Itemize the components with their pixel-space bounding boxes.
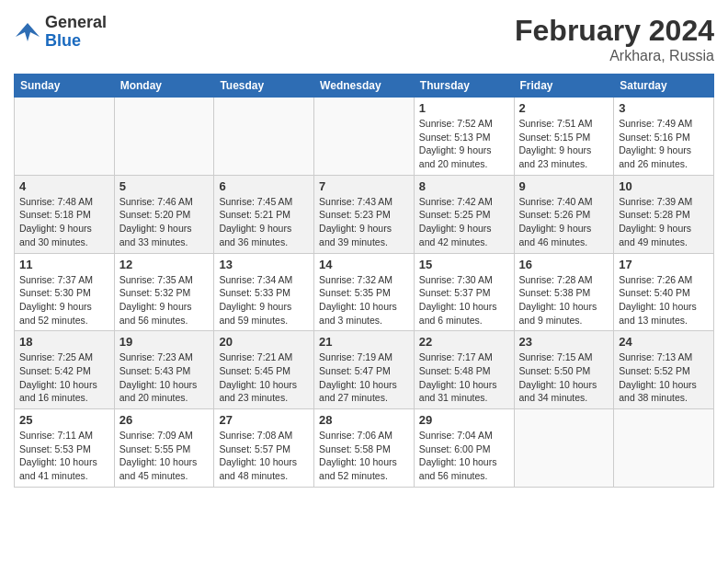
calendar-cell: 18Sunrise: 7:25 AMSunset: 5:42 PMDayligh… bbox=[15, 331, 115, 409]
calendar-cell: 25Sunrise: 7:11 AMSunset: 5:53 PMDayligh… bbox=[15, 409, 115, 488]
calendar-cell: 7Sunrise: 7:43 AMSunset: 5:23 PMDaylight… bbox=[314, 175, 415, 253]
logo: GeneralBlue bbox=[14, 14, 107, 51]
calendar-cell: 20Sunrise: 7:21 AMSunset: 5:45 PMDayligh… bbox=[214, 331, 314, 409]
day-number: 11 bbox=[19, 258, 109, 271]
calendar-cell: 29Sunrise: 7:04 AMSunset: 6:00 PMDayligh… bbox=[414, 409, 514, 488]
calendar-cell: 17Sunrise: 7:26 AMSunset: 5:40 PMDayligh… bbox=[614, 253, 714, 331]
day-number: 22 bbox=[419, 335, 509, 349]
day-info: Sunrise: 7:37 AMSunset: 5:30 PMDaylight:… bbox=[19, 273, 109, 327]
day-info: Sunrise: 7:48 AMSunset: 5:18 PMDaylight:… bbox=[19, 195, 109, 249]
col-header-sunday: Sunday bbox=[15, 75, 115, 98]
day-number: 23 bbox=[519, 335, 609, 349]
day-info: Sunrise: 7:46 AMSunset: 5:20 PMDaylight:… bbox=[119, 195, 210, 249]
location: Arkhara, Russia bbox=[515, 48, 714, 64]
logo-blue: Blue bbox=[45, 31, 81, 50]
day-number: 13 bbox=[219, 258, 309, 271]
calendar-cell bbox=[214, 98, 314, 176]
day-number: 20 bbox=[219, 335, 309, 349]
svg-marker-0 bbox=[16, 23, 40, 41]
calendar-cell: 6Sunrise: 7:45 AMSunset: 5:21 PMDaylight… bbox=[214, 175, 314, 253]
day-info: Sunrise: 7:49 AMSunset: 5:16 PMDaylight:… bbox=[619, 117, 709, 171]
day-info: Sunrise: 7:28 AMSunset: 5:38 PMDaylight:… bbox=[519, 273, 609, 327]
calendar-cell bbox=[614, 409, 714, 488]
day-number: 9 bbox=[519, 179, 609, 193]
week-row-3: 11Sunrise: 7:37 AMSunset: 5:30 PMDayligh… bbox=[15, 253, 714, 331]
day-number: 21 bbox=[319, 335, 409, 349]
day-info: Sunrise: 7:17 AMSunset: 5:48 PMDaylight:… bbox=[419, 350, 509, 405]
calendar-cell: 15Sunrise: 7:30 AMSunset: 5:37 PMDayligh… bbox=[414, 253, 514, 331]
calendar-cell: 13Sunrise: 7:34 AMSunset: 5:33 PMDayligh… bbox=[214, 253, 314, 331]
day-info: Sunrise: 7:30 AMSunset: 5:37 PMDaylight:… bbox=[419, 273, 509, 327]
day-number: 29 bbox=[419, 413, 509, 427]
day-number: 18 bbox=[19, 335, 109, 349]
calendar-cell: 10Sunrise: 7:39 AMSunset: 5:28 PMDayligh… bbox=[614, 175, 714, 253]
day-info: Sunrise: 7:23 AMSunset: 5:43 PMDaylight:… bbox=[119, 350, 210, 405]
day-number: 2 bbox=[519, 101, 609, 115]
day-number: 7 bbox=[319, 179, 409, 193]
day-number: 24 bbox=[619, 335, 709, 349]
day-number: 19 bbox=[119, 335, 210, 349]
day-info: Sunrise: 7:21 AMSunset: 5:45 PMDaylight:… bbox=[219, 350, 309, 405]
day-number: 1 bbox=[419, 101, 509, 115]
day-info: Sunrise: 7:08 AMSunset: 5:57 PMDaylight:… bbox=[219, 429, 309, 483]
calendar-cell bbox=[514, 409, 614, 488]
day-number: 4 bbox=[19, 179, 109, 193]
logo-icon bbox=[14, 18, 41, 46]
calendar-cell: 8Sunrise: 7:42 AMSunset: 5:25 PMDaylight… bbox=[414, 175, 514, 253]
week-row-2: 4Sunrise: 7:48 AMSunset: 5:18 PMDaylight… bbox=[15, 175, 714, 253]
day-info: Sunrise: 7:04 AMSunset: 6:00 PMDaylight:… bbox=[419, 429, 509, 483]
week-row-5: 25Sunrise: 7:11 AMSunset: 5:53 PMDayligh… bbox=[15, 409, 714, 488]
calendar-cell: 21Sunrise: 7:19 AMSunset: 5:47 PMDayligh… bbox=[314, 331, 415, 409]
day-info: Sunrise: 7:25 AMSunset: 5:42 PMDaylight:… bbox=[19, 350, 109, 405]
page-header: GeneralBlue February 2024 Arkhara, Russi… bbox=[14, 14, 714, 64]
calendar-cell: 24Sunrise: 7:13 AMSunset: 5:52 PMDayligh… bbox=[614, 331, 714, 409]
day-number: 26 bbox=[119, 413, 210, 427]
day-info: Sunrise: 7:34 AMSunset: 5:33 PMDaylight:… bbox=[219, 273, 309, 327]
calendar-cell: 28Sunrise: 7:06 AMSunset: 5:58 PMDayligh… bbox=[314, 409, 415, 488]
day-info: Sunrise: 7:42 AMSunset: 5:25 PMDaylight:… bbox=[419, 195, 509, 249]
day-number: 28 bbox=[319, 413, 409, 427]
day-number: 15 bbox=[419, 258, 509, 271]
month-title: February 2024 bbox=[515, 14, 714, 48]
day-info: Sunrise: 7:13 AMSunset: 5:52 PMDaylight:… bbox=[619, 350, 709, 405]
day-info: Sunrise: 7:40 AMSunset: 5:26 PMDaylight:… bbox=[519, 195, 609, 249]
calendar-cell: 14Sunrise: 7:32 AMSunset: 5:35 PMDayligh… bbox=[314, 253, 415, 331]
calendar-cell: 1Sunrise: 7:52 AMSunset: 5:13 PMDaylight… bbox=[414, 98, 514, 176]
day-info: Sunrise: 7:26 AMSunset: 5:40 PMDaylight:… bbox=[619, 273, 709, 327]
calendar-cell: 3Sunrise: 7:49 AMSunset: 5:16 PMDaylight… bbox=[614, 98, 714, 176]
day-number: 10 bbox=[619, 179, 709, 193]
day-info: Sunrise: 7:45 AMSunset: 5:21 PMDaylight:… bbox=[219, 195, 309, 249]
day-info: Sunrise: 7:52 AMSunset: 5:13 PMDaylight:… bbox=[419, 117, 509, 171]
calendar-table: SundayMondayTuesdayWednesdayThursdayFrid… bbox=[14, 74, 714, 488]
calendar-cell: 16Sunrise: 7:28 AMSunset: 5:38 PMDayligh… bbox=[514, 253, 614, 331]
day-info: Sunrise: 7:32 AMSunset: 5:35 PMDaylight:… bbox=[319, 273, 409, 327]
day-info: Sunrise: 7:43 AMSunset: 5:23 PMDaylight:… bbox=[319, 195, 409, 249]
calendar-cell: 26Sunrise: 7:09 AMSunset: 5:55 PMDayligh… bbox=[114, 409, 214, 488]
calendar-cell bbox=[314, 98, 415, 176]
col-header-monday: Monday bbox=[114, 75, 214, 98]
day-info: Sunrise: 7:15 AMSunset: 5:50 PMDaylight:… bbox=[519, 350, 609, 405]
day-number: 6 bbox=[219, 179, 309, 193]
day-info: Sunrise: 7:09 AMSunset: 5:55 PMDaylight:… bbox=[119, 429, 210, 483]
calendar-cell: 23Sunrise: 7:15 AMSunset: 5:50 PMDayligh… bbox=[514, 331, 614, 409]
day-info: Sunrise: 7:35 AMSunset: 5:32 PMDaylight:… bbox=[119, 273, 210, 327]
day-number: 27 bbox=[219, 413, 309, 427]
day-info: Sunrise: 7:39 AMSunset: 5:28 PMDaylight:… bbox=[619, 195, 709, 249]
col-header-tuesday: Tuesday bbox=[214, 75, 314, 98]
day-number: 12 bbox=[119, 258, 210, 271]
calendar-cell: 9Sunrise: 7:40 AMSunset: 5:26 PMDaylight… bbox=[514, 175, 614, 253]
day-number: 16 bbox=[519, 258, 609, 271]
day-number: 5 bbox=[119, 179, 210, 193]
day-info: Sunrise: 7:11 AMSunset: 5:53 PMDaylight:… bbox=[19, 429, 109, 483]
title-block: February 2024 Arkhara, Russia bbox=[515, 14, 714, 64]
calendar-cell bbox=[15, 98, 115, 176]
calendar-cell: 11Sunrise: 7:37 AMSunset: 5:30 PMDayligh… bbox=[15, 253, 115, 331]
col-header-saturday: Saturday bbox=[614, 75, 714, 98]
calendar-cell: 2Sunrise: 7:51 AMSunset: 5:15 PMDaylight… bbox=[514, 98, 614, 176]
calendar-cell: 4Sunrise: 7:48 AMSunset: 5:18 PMDaylight… bbox=[15, 175, 115, 253]
calendar-cell: 19Sunrise: 7:23 AMSunset: 5:43 PMDayligh… bbox=[114, 331, 214, 409]
col-header-friday: Friday bbox=[514, 75, 614, 98]
week-row-4: 18Sunrise: 7:25 AMSunset: 5:42 PMDayligh… bbox=[15, 331, 714, 409]
day-number: 14 bbox=[319, 258, 409, 271]
calendar-cell: 12Sunrise: 7:35 AMSunset: 5:32 PMDayligh… bbox=[114, 253, 214, 331]
